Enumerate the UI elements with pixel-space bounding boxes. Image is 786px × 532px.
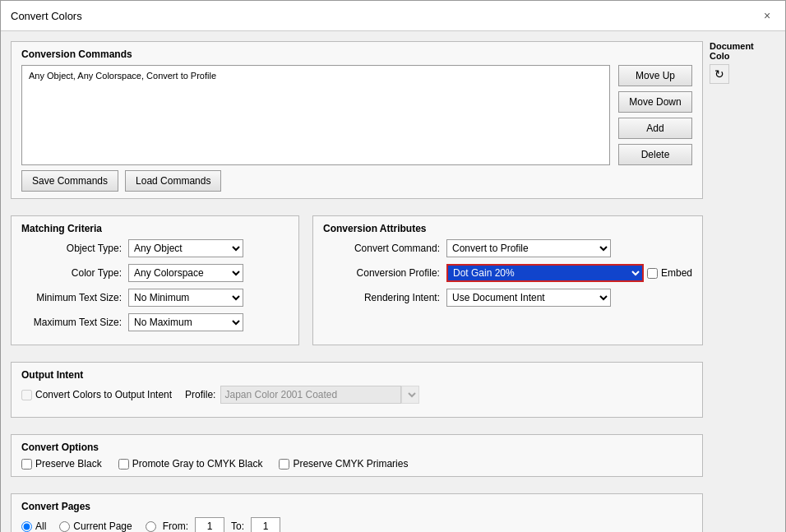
current-page-radio-row: Current Page [59, 520, 132, 532]
output-intent-section: Output Intent Convert Colors to Output I… [11, 362, 703, 418]
rendering-intent-select[interactable]: Use Document Intent Perceptual Relative … [446, 289, 611, 307]
convert-to-output-label: Convert Colors to Output Intent [35, 389, 172, 400]
criteria-attributes-row: Matching Criteria Object Type: Any Objec… [11, 215, 703, 352]
profile-select [401, 386, 419, 404]
convert-to-output-checkbox[interactable] [21, 390, 32, 400]
from-label: From: [163, 520, 188, 532]
color-type-select[interactable]: Any Colorspace CMYK RGB Gray [128, 264, 243, 282]
conversion-attributes-title: Conversion Attributes [323, 223, 692, 234]
matching-criteria-section: Matching Criteria Object Type: Any Objec… [11, 215, 299, 345]
all-radio[interactable] [21, 521, 32, 532]
to-input[interactable] [251, 517, 280, 532]
max-text-label: Maximum Text Size: [21, 317, 128, 328]
promote-gray-label: Promote Gray to CMYK Black [132, 458, 263, 470]
preserve-cmyk-checkbox[interactable] [279, 459, 289, 470]
object-type-label: Object Type: [21, 243, 128, 254]
save-load-row: Save Commands Load Commands [21, 170, 692, 192]
dialog-content: Conversion Commands Any Object, Any Colo… [1, 31, 785, 532]
convert-command-row: Convert Command: Convert to Profile Pres… [323, 239, 692, 257]
delete-button[interactable]: Delete [618, 144, 692, 165]
move-down-button[interactable]: Move Down [618, 91, 692, 113]
conversion-profile-label: Conversion Profile: [323, 267, 446, 279]
color-type-row: Color Type: Any Colorspace CMYK RGB Gray [21, 264, 289, 282]
to-label: To: [231, 520, 244, 532]
list-item: Any Object, Any Colorspace, Convert to P… [25, 69, 606, 82]
dialog-title: Convert Colors [11, 10, 82, 22]
conversion-profile-row: Conversion Profile: Dot Gain 20% sRGB Ad… [323, 264, 692, 282]
promote-gray-checkbox[interactable] [118, 459, 129, 470]
refresh-button[interactable]: ↻ [710, 64, 729, 84]
rendering-intent-row: Rendering Intent: Use Document Intent Pe… [323, 289, 692, 307]
convert-pages-section: Convert Pages All Current Page From: [11, 493, 703, 532]
min-text-label: Minimum Text Size: [21, 292, 128, 303]
current-page-radio[interactable] [59, 521, 70, 532]
max-text-select[interactable]: No Maximum 6pt 8pt 10pt [128, 313, 243, 331]
profile-label: Profile: [185, 389, 215, 400]
commands-area: Any Object, Any Colorspace, Convert to P… [21, 65, 692, 165]
convert-colors-dialog: Convert Colors × Conversion Commands Any… [0, 0, 786, 532]
object-type-select[interactable]: Any Object Image Vector Text [128, 239, 243, 257]
preserve-cmyk-row: Preserve CMYK Primaries [279, 458, 408, 470]
side-panel: Document Colo ↻ [710, 41, 775, 532]
matching-criteria-title: Matching Criteria [21, 223, 289, 234]
all-label: All [35, 520, 46, 532]
commands-list: Any Object, Any Colorspace, Convert to P… [21, 65, 610, 165]
color-type-label: Color Type: [21, 267, 128, 279]
convert-pages-title: Convert Pages [21, 501, 692, 512]
save-commands-button[interactable]: Save Commands [21, 170, 118, 192]
promote-gray-row: Promote Gray to CMYK Black [118, 458, 263, 470]
document-color-title: Document Colo [710, 41, 775, 61]
max-text-row: Maximum Text Size: No Maximum 6pt 8pt 10… [21, 313, 289, 331]
conversion-attributes-section: Conversion Attributes Convert Command: C… [312, 215, 703, 345]
move-up-button[interactable]: Move Up [618, 65, 692, 86]
preserve-black-label: Preserve Black [35, 458, 102, 470]
conversion-profile-select[interactable]: Dot Gain 20% sRGB AdobeRGB [446, 264, 644, 282]
convert-command-select[interactable]: Convert to Profile Preserve Numbers Assi… [446, 239, 611, 257]
title-bar: Convert Colors × [1, 1, 785, 31]
embed-label: Embed [661, 267, 692, 279]
convert-options-row: Preserve Black Promote Gray to CMYK Blac… [21, 458, 692, 470]
from-input[interactable] [195, 517, 224, 532]
preserve-black-row: Preserve Black [21, 458, 102, 470]
profile-embed-row: Dot Gain 20% sRGB AdobeRGB Embed [446, 264, 692, 282]
conversion-commands-section: Conversion Commands Any Object, Any Colo… [11, 41, 703, 199]
rendering-intent-label: Rendering Intent: [323, 292, 446, 303]
add-button[interactable]: Add [618, 118, 692, 139]
output-intent-title: Output Intent [21, 369, 692, 381]
current-page-label: Current Page [73, 520, 132, 532]
commands-buttons: Move Up Move Down Add Delete [618, 65, 692, 165]
preserve-black-checkbox[interactable] [21, 459, 32, 470]
output-intent-row: Convert Colors to Output Intent Profile: [21, 386, 692, 404]
load-commands-button[interactable]: Load Commands [125, 170, 221, 192]
close-button[interactable]: × [759, 7, 775, 24]
preserve-cmyk-label: Preserve CMYK Primaries [293, 458, 408, 470]
from-radio-row: From: To: [146, 517, 280, 532]
object-type-row: Object Type: Any Object Image Vector Tex… [21, 239, 289, 257]
convert-command-label: Convert Command: [323, 243, 446, 254]
embed-checkbox[interactable] [647, 268, 658, 279]
convert-pages-row: All Current Page From: To: [21, 517, 692, 532]
from-radio[interactable] [146, 521, 156, 532]
convert-options-section: Convert Options Preserve Black Promote G… [11, 434, 703, 477]
convert-options-title: Convert Options [21, 442, 692, 453]
min-text-select[interactable]: No Minimum 6pt 8pt 10pt [128, 289, 243, 307]
min-text-row: Minimum Text Size: No Minimum 6pt 8pt 10… [21, 289, 289, 307]
all-radio-row: All [21, 520, 46, 532]
profile-input [220, 386, 401, 404]
conversion-commands-title: Conversion Commands [21, 49, 692, 60]
main-panel: Conversion Commands Any Object, Any Colo… [11, 41, 703, 532]
